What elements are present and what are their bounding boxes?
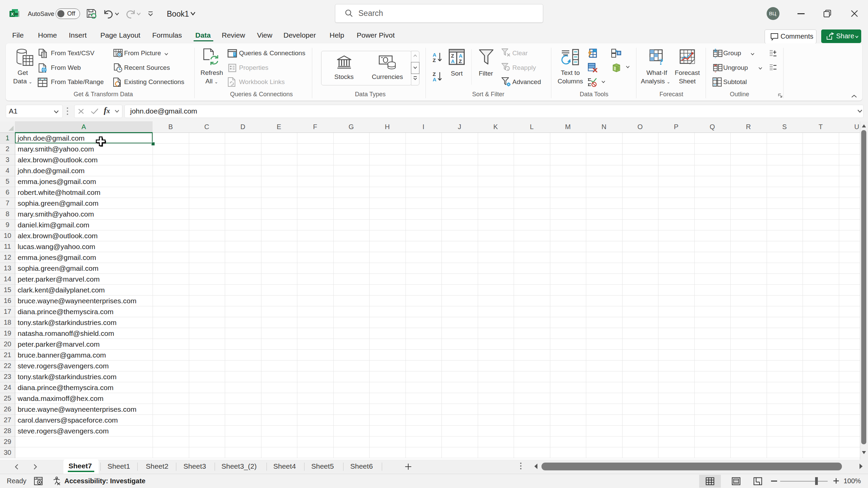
svg-text:Z: Z bbox=[459, 58, 462, 64]
svg-text:Z: Z bbox=[433, 72, 436, 77]
svg-text:Z: Z bbox=[451, 53, 454, 59]
svg-text:Z: Z bbox=[433, 57, 436, 63]
svg-text:?: ? bbox=[659, 57, 663, 65]
svg-text:A: A bbox=[459, 53, 462, 59]
svg-text:A: A bbox=[433, 52, 436, 58]
svg-text:X: X bbox=[11, 12, 14, 17]
svg-text:A: A bbox=[433, 77, 436, 82]
svg-text:A: A bbox=[451, 58, 455, 64]
